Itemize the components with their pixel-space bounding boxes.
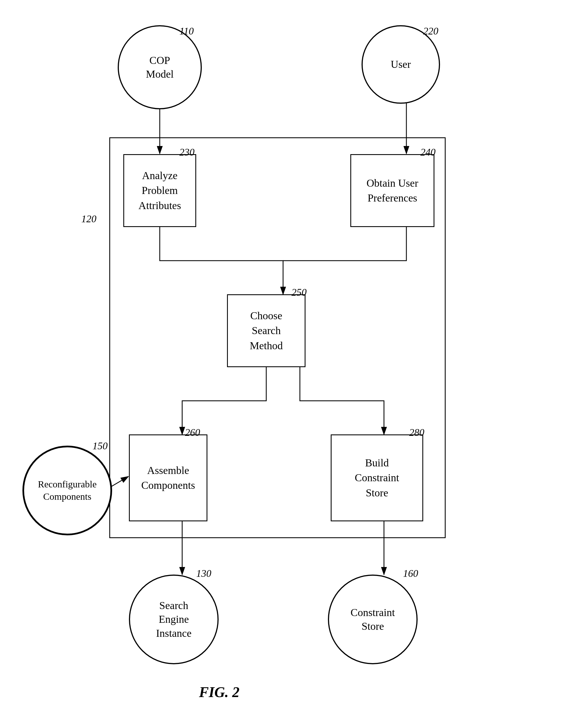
cop-model-circle: COP Model xyxy=(118,25,202,109)
cop-model-label: COP Model xyxy=(146,54,173,81)
obtain-label: Obtain User Preferences xyxy=(366,176,418,206)
reconfigurable-label: Reconfigurable Components xyxy=(38,478,97,503)
figure-caption: FIG. 2 xyxy=(199,684,239,700)
ref-220: 220 xyxy=(423,25,438,37)
assemble-box: Assemble Components xyxy=(129,434,207,521)
ref-160: 160 xyxy=(403,568,418,579)
obtain-box: Obtain User Preferences xyxy=(350,154,435,227)
diagram-container: 120 COP Model 110 User 220 Analyze Probl… xyxy=(22,17,566,703)
ref-130: 130 xyxy=(196,568,211,579)
ref-260: 260 xyxy=(185,427,200,438)
constraint-store-label: Constraint Store xyxy=(351,606,395,633)
ref-110: 110 xyxy=(180,25,194,37)
ref-280: 280 xyxy=(409,427,424,438)
analyze-box: Analyze Problem Attributes xyxy=(123,154,196,227)
user-circle: User xyxy=(361,25,440,104)
user-label: User xyxy=(391,58,411,71)
build-box: Build Constraint Store xyxy=(331,434,423,521)
ref-250: 250 xyxy=(292,286,307,298)
choose-box: Choose Search Method xyxy=(227,294,306,367)
build-label: Build Constraint Store xyxy=(355,455,399,500)
choose-label: Choose Search Method xyxy=(250,308,283,353)
ref-120: 120 xyxy=(81,213,97,225)
ref-230: 230 xyxy=(180,146,194,158)
constraint-store-circle: Constraint Store xyxy=(328,575,418,664)
ref-150: 150 xyxy=(92,440,108,452)
search-engine-circle: Search Engine Instance xyxy=(129,575,218,664)
search-engine-label: Search Engine Instance xyxy=(156,599,192,640)
assemble-label: Assemble Components xyxy=(141,463,195,493)
analyze-label: Analyze Problem Attributes xyxy=(139,168,181,213)
reconfigurable-circle: Reconfigurable Components xyxy=(22,446,112,535)
ref-240: 240 xyxy=(420,146,436,158)
